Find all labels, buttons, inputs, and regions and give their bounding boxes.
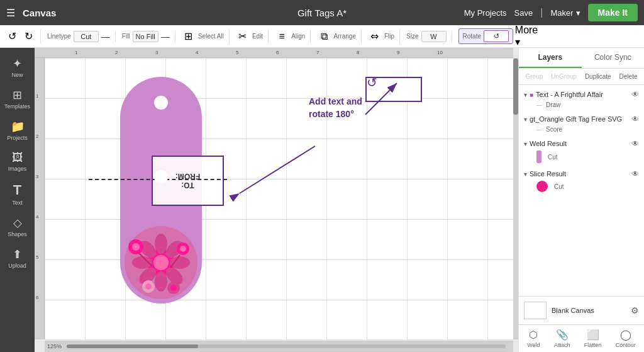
layer-expand-slice[interactable]: ▾ bbox=[524, 171, 527, 178]
arrange-label: Arrange bbox=[333, 33, 356, 40]
blank-canvas-settings-icon[interactable]: ⚙ bbox=[631, 305, 639, 315]
edit-group: ✂ Edit bbox=[236, 30, 269, 43]
canvas-area[interactable]: 1 2 3 4 5 6 7 8 9 10 1 2 3 4 5 6 bbox=[35, 48, 518, 352]
group-button[interactable]: Group bbox=[523, 71, 547, 82]
attach-button[interactable]: 📎 Attach bbox=[554, 329, 570, 348]
layer-sub-label-slice: Cut bbox=[554, 183, 564, 190]
layer-sub-label-gtorangle: Score bbox=[546, 126, 562, 133]
rotate-value[interactable]: ↺ bbox=[484, 30, 509, 42]
arrange-button[interactable]: ⧉ bbox=[317, 30, 331, 43]
tab-layers[interactable]: Layers bbox=[519, 48, 582, 68]
layer-name-gtorangle: gt_Orangle Gift Tag Free SVG bbox=[530, 115, 629, 123]
contour-icon: ◯ bbox=[620, 329, 631, 341]
zoom-indicator[interactable]: 125% bbox=[47, 343, 62, 349]
undo-button[interactable]: ↺ bbox=[5, 30, 19, 43]
ruler-mark-6: 6 bbox=[276, 50, 279, 55]
linetype-value[interactable]: Cut bbox=[74, 31, 99, 42]
more-button[interactable]: More ▾ bbox=[519, 30, 533, 43]
images-icon: 🖼 bbox=[12, 151, 23, 164]
delete-button[interactable]: Delete bbox=[616, 71, 641, 82]
slice-color-swatch bbox=[536, 181, 548, 192]
flip-button[interactable]: ⇔ bbox=[368, 30, 382, 43]
linetype-group: Linetype Cut — bbox=[47, 31, 116, 42]
flatten-button[interactable]: ⬜ Flatten bbox=[584, 329, 602, 348]
left-sidebar: ✦ New ⊞ Templates 📁 Projects 🖼 Images T … bbox=[0, 48, 35, 352]
sidebar-templates-label: Templates bbox=[4, 103, 30, 110]
size-w-value[interactable]: W bbox=[421, 31, 447, 42]
ungroup-button[interactable]: UnGroup bbox=[548, 71, 580, 82]
save-btn[interactable]: Save bbox=[514, 8, 533, 18]
header-right: My Projects Save | Maker ▾ Make It bbox=[464, 4, 638, 21]
sidebar-item-upload[interactable]: ⬆ Upload bbox=[3, 244, 33, 273]
scrollbar-thumb[interactable] bbox=[67, 344, 198, 348]
undo-redo-group: ↺ ↻ bbox=[5, 30, 41, 43]
svg-point-18 bbox=[170, 285, 177, 291]
edit-button[interactable]: ✂ bbox=[236, 30, 250, 43]
ruler-mark-1: 1 bbox=[75, 50, 77, 55]
weld-icon: ⬡ bbox=[529, 329, 538, 341]
layer-sub-text: — Draw bbox=[524, 100, 639, 110]
make-it-button[interactable]: Make It bbox=[588, 4, 638, 21]
main-layout: ✦ New ⊞ Templates 📁 Projects 🖼 Images T … bbox=[0, 48, 644, 352]
text-box-to: TO: bbox=[181, 181, 194, 190]
sidebar-item-text[interactable]: T Text bbox=[3, 178, 33, 210]
weld-label: Weld bbox=[527, 342, 540, 348]
layer-header-text: ▾ ■ Text - A Frightful Affair 👁 bbox=[524, 90, 639, 99]
sidebar-item-shapes[interactable]: ◇ Shapes bbox=[3, 212, 33, 241]
annotation-label: Add text androtate 180° bbox=[309, 96, 362, 119]
layer-sub-slice: Cut bbox=[524, 179, 639, 193]
svg-point-7 bbox=[155, 271, 167, 292]
header: ☰ Canvas Gift Tags A* My Projects Save |… bbox=[0, 0, 644, 25]
toolbar: ↺ ↻ Linetype Cut — Fill No Fill — ⊞ Sele… bbox=[0, 25, 644, 48]
layer-bullet-text: ■ bbox=[530, 91, 533, 98]
tag-hole-top bbox=[154, 96, 168, 110]
layer-eye-slice[interactable]: 👁 bbox=[631, 169, 639, 178]
align-label: Align bbox=[291, 33, 305, 40]
tab-color-sync[interactable]: Color Sync bbox=[582, 48, 645, 68]
sidebar-item-images[interactable]: 🖼 Images bbox=[3, 147, 33, 176]
annotation-text: Add text androtate 180° bbox=[309, 96, 362, 120]
vertical-scrollbar[interactable] bbox=[513, 58, 518, 339]
menu-icon[interactable]: ☰ bbox=[6, 7, 15, 19]
contour-button[interactable]: ◯ Contour bbox=[616, 329, 636, 348]
ruler-left-6: 6 bbox=[36, 295, 38, 300]
layer-name-text: Text - A Frightful Affair bbox=[536, 91, 629, 98]
sidebar-item-templates[interactable]: ⊞ Templates bbox=[3, 84, 33, 113]
sidebar-item-new[interactable]: ✦ New bbox=[3, 53, 33, 82]
layer-header-slice: ▾ Slice Result 👁 bbox=[524, 169, 639, 178]
my-projects-btn[interactable]: My Projects bbox=[464, 8, 507, 18]
vscroll-thumb[interactable] bbox=[513, 59, 518, 115]
svg-point-16 bbox=[145, 283, 152, 290]
sidebar-upload-label: Upload bbox=[8, 263, 26, 269]
sidebar-item-projects[interactable]: 📁 Projects bbox=[3, 116, 33, 145]
layer-expand-text[interactable]: ▾ bbox=[524, 91, 527, 98]
layer-sub-weld: Cut bbox=[524, 149, 639, 164]
ruler-left-3: 3 bbox=[36, 174, 38, 179]
panel-bottom-actions: ⬡ Weld 📎 Attach ⬜ Flatten ◯ Contour bbox=[519, 324, 644, 352]
size-group: Size W bbox=[406, 31, 452, 42]
ruler-top: 1 2 3 4 5 6 7 8 9 10 bbox=[35, 48, 513, 58]
layer-eye-text[interactable]: 👁 bbox=[631, 90, 639, 99]
sidebar-text-label: Text bbox=[12, 200, 23, 206]
weld-button[interactable]: ⬡ Weld bbox=[527, 329, 540, 348]
layer-header-gtorangle: ▾ gt_Orangle Gift Tag Free SVG 👁 bbox=[524, 115, 639, 123]
layer-item-text: ▾ ■ Text - A Frightful Affair 👁 — Draw bbox=[519, 88, 644, 112]
blank-canvas-area[interactable]: Blank Canvas ⚙ bbox=[519, 296, 644, 324]
redo-button[interactable]: ↻ bbox=[21, 30, 35, 43]
layer-expand-gtorangle[interactable]: ▾ bbox=[524, 116, 527, 123]
maker-btn[interactable]: Maker ▾ bbox=[550, 8, 580, 18]
layer-sub-line-text: — bbox=[536, 102, 542, 108]
layer-eye-gtorangle[interactable]: 👁 bbox=[631, 115, 639, 123]
ruler-mark-4: 4 bbox=[196, 50, 198, 55]
upload-icon: ⬆ bbox=[13, 247, 22, 261]
select-all-button[interactable]: ⊞ bbox=[182, 30, 196, 43]
layer-eye-weld[interactable]: 👁 bbox=[631, 139, 639, 148]
layer-name-weld: Weld Result bbox=[530, 140, 629, 147]
fill-value[interactable]: No Fill bbox=[133, 31, 158, 42]
align-button[interactable]: ≡ bbox=[275, 30, 289, 43]
flip-label: Flip bbox=[384, 33, 394, 40]
horizontal-scrollbar[interactable] bbox=[67, 344, 506, 348]
layer-expand-weld[interactable]: ▾ bbox=[524, 140, 527, 147]
duplicate-button[interactable]: Duplicate bbox=[582, 71, 614, 82]
canvas-content[interactable]: TO: FROM: Add text androtate 180° ↺ bbox=[45, 58, 513, 339]
